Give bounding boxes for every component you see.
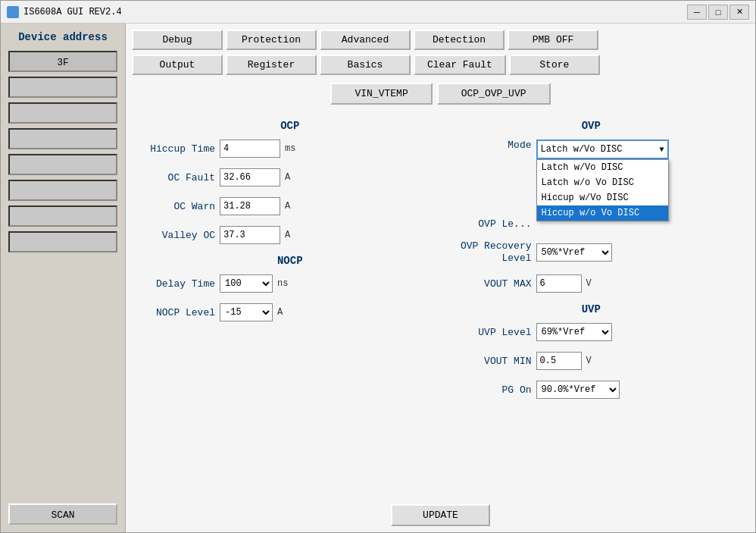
toolbar-row1: Debug Protection Advanced Detection PMB … (132, 30, 749, 50)
update-row: UPDATE (132, 504, 749, 526)
dropdown-arrow-icon: ▼ (659, 146, 664, 154)
nocp-title: NOCP (147, 255, 433, 267)
valley-oc-label: Valley OC (147, 230, 215, 241)
title-bar: IS6608A GUI REV2.4 ─ □ ✕ (1, 1, 755, 24)
oc-fault-unit: A (285, 172, 300, 183)
pg-on-row: PG On 90.0%*Vref 85.0%*Vref 80.0%*Vref (448, 381, 735, 399)
detection-button[interactable]: Detection (414, 30, 505, 50)
ovp-recovery-row: OVP RecoveryLevel 50%*Vref 60%*Vref 70%*… (448, 240, 735, 264)
debug-button[interactable]: Debug (132, 30, 223, 50)
hiccup-time-row: Hiccup Time ms (147, 140, 433, 158)
nocp-level-row: NOCP Level -15 -10 -5 0 A (147, 303, 433, 321)
ovp-mode-selected: Latch w/Vo DISC (541, 144, 623, 155)
scan-button[interactable]: SCAN (8, 503, 117, 525)
nocp-level-select[interactable]: -15 -10 -5 0 (220, 303, 273, 321)
ovp-level-label: OVP Le... (448, 218, 532, 230)
ovp-title: OVP (448, 120, 735, 132)
vout-max-row: VOUT MAX V (448, 274, 735, 293)
vout-min-unit: V (586, 356, 601, 366)
valley-oc-row: Valley OC A (147, 226, 433, 244)
update-button[interactable]: UPDATE (391, 504, 490, 526)
ovp-mode-label: Mode (448, 140, 532, 151)
oc-warn-input[interactable] (220, 197, 280, 215)
oc-warn-row: OC Warn A (147, 197, 433, 215)
address-slot-3[interactable] (8, 128, 117, 149)
content-area: OCP Hiccup Time ms OC Fault A OC Warn A (132, 112, 749, 494)
pg-on-label: PG On (448, 384, 532, 396)
basics-button[interactable]: Basics (320, 55, 411, 75)
vout-max-unit: V (586, 278, 601, 289)
ovp-section: OVP Mode Latch w/Vo DISC ▼ Latch w/Vo DI… (448, 120, 735, 486)
pg-on-select[interactable]: 90.0%*Vref 85.0%*Vref 80.0%*Vref (536, 381, 620, 399)
ocp-title: OCP (147, 120, 433, 132)
nocp-level-label: NOCP Level (147, 307, 215, 318)
nocp-level-unit: A (277, 307, 292, 318)
ovp-mode-dropdown-container: Latch w/Vo DISC ▼ Latch w/Vo DISC Latch … (536, 140, 669, 159)
ocp-section: OCP Hiccup Time ms OC Fault A OC Warn A (147, 120, 433, 486)
vin-vtemp-tab[interactable]: VIN_VTEMP (330, 83, 432, 105)
valley-oc-input[interactable] (220, 226, 280, 244)
oc-warn-unit: A (285, 201, 300, 212)
sidebar: Device address 3F SCAN (1, 24, 126, 532)
vout-min-row: VOUT MIN V (448, 352, 735, 370)
device-address-label: Device address (8, 31, 117, 43)
vout-max-input[interactable] (536, 274, 582, 293)
ovp-mode-option-3[interactable]: Hiccup w/o Vo DISC (537, 205, 668, 221)
register-button[interactable]: Register (226, 55, 317, 75)
ovp-recovery-select[interactable]: 50%*Vref 60%*Vref 70%*Vref (536, 243, 612, 262)
pmb-off-button[interactable]: PMB OFF (508, 30, 598, 50)
toolbar-row2: Output Register Basics Clear Fault Store (132, 55, 749, 75)
oc-warn-label: OC Warn (147, 201, 215, 212)
oc-fault-row: OC Fault A (147, 168, 433, 187)
app-icon (7, 6, 19, 18)
tab-row: VIN_VTEMP OCP_OVP_UVP (132, 83, 749, 105)
valley-oc-unit: A (285, 230, 300, 240)
ovp-mode-row: Mode Latch w/Vo DISC ▼ Latch w/Vo DISC L… (448, 140, 735, 159)
oc-fault-label: OC Fault (147, 172, 215, 183)
vout-min-label: VOUT MIN (448, 356, 532, 367)
address-slot-1[interactable] (8, 77, 117, 98)
address-slot-6[interactable] (8, 205, 117, 227)
address-3f-button[interactable]: 3F (8, 51, 117, 72)
hiccup-time-input[interactable] (220, 140, 280, 158)
maximize-button[interactable]: □ (708, 5, 728, 20)
store-button[interactable]: Store (509, 55, 600, 75)
hiccup-time-unit: ms (285, 143, 300, 154)
hiccup-time-label: Hiccup Time (147, 143, 215, 155)
close-button[interactable]: ✕ (729, 5, 749, 20)
ovp-mode-option-1[interactable]: Latch w/o Vo DISC (537, 175, 668, 190)
nocp-section: NOCP Delay Time 100 200 300 400 ns NOCP … (147, 255, 433, 321)
output-button[interactable]: Output (132, 55, 223, 75)
delay-time-row: Delay Time 100 200 300 400 ns (147, 274, 433, 293)
clear-fault-button[interactable]: Clear Fault (414, 55, 506, 75)
vout-max-label: VOUT MAX (448, 278, 532, 290)
protection-button[interactable]: Protection (226, 30, 317, 50)
ovp-mode-dropdown-list: Latch w/Vo DISC Latch w/o Vo DISC Hiccup… (536, 159, 669, 221)
uvp-level-select[interactable]: 69%*Vref 75%*Vref 80%*Vref (536, 323, 612, 341)
ovp-mode-dropdown[interactable]: Latch w/Vo DISC ▼ (536, 140, 669, 159)
vout-min-input[interactable] (536, 352, 582, 370)
uvp-level-row: UVP Level 69%*Vref 75%*Vref 80%*Vref (448, 323, 735, 341)
delay-time-label: Delay Time (147, 278, 215, 290)
ovp-mode-option-0[interactable]: Latch w/Vo DISC (537, 160, 668, 175)
main-content: Device address 3F SCAN Debug Protection … (1, 24, 755, 532)
ovp-mode-option-2[interactable]: Hiccup w/Vo DISC (537, 190, 668, 205)
delay-time-unit: ns (277, 278, 292, 289)
address-slot-2[interactable] (8, 102, 117, 124)
minimize-button[interactable]: ─ (687, 5, 707, 20)
app-title: IS6608A GUI REV2.4 (23, 7, 122, 17)
address-slot-5[interactable] (8, 180, 117, 201)
uvp-level-label: UVP Level (448, 327, 532, 338)
oc-fault-input[interactable] (220, 168, 280, 187)
ovp-recovery-label: OVP RecoveryLevel (448, 240, 532, 264)
advanced-button[interactable]: Advanced (320, 30, 411, 50)
address-slot-4[interactable] (8, 154, 117, 175)
address-slot-7[interactable] (8, 231, 117, 252)
ocp-ovp-uvp-tab[interactable]: OCP_OVP_UVP (437, 83, 551, 105)
delay-time-select[interactable]: 100 200 300 400 (220, 274, 273, 293)
uvp-title: UVP (448, 303, 735, 315)
right-panel: Debug Protection Advanced Detection PMB … (126, 24, 755, 532)
